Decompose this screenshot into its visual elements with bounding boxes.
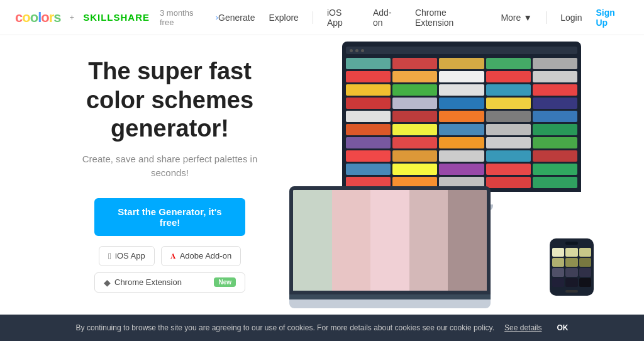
phone-palette-row [552, 258, 591, 267]
monitor-color-cell [346, 124, 391, 135]
phone-color-cell [579, 258, 591, 267]
monitor-color-grid [346, 58, 577, 188]
navbar: coolors + SKILLSHARE 3 months free › Gen… [0, 0, 644, 35]
monitor-color-cell [392, 111, 437, 122]
hero-text-block: The super fast color schemes generator! … [63, 57, 277, 293]
ios-app-button[interactable]:  iOS App [99, 246, 155, 266]
phone-color-cell [579, 268, 591, 277]
new-badge: New [214, 277, 236, 287]
monitor-color-cell [533, 150, 577, 162]
laptop-palette [293, 190, 487, 291]
extension-button[interactable]: ◆ Chrome Extension New [94, 272, 245, 293]
phone-color-cell [552, 248, 564, 257]
monitor-color-cell [346, 150, 391, 162]
cookie-ok-button[interactable]: OK [557, 323, 568, 332]
monitor-color-cell [533, 111, 577, 122]
nav-generate[interactable]: Generate [218, 13, 255, 23]
monitor-color-cell [533, 177, 577, 188]
monitor-color-cell [486, 111, 531, 122]
monitor-color-cell [486, 58, 531, 69]
monitor-color-cell [392, 150, 437, 162]
monitor-color-cell [486, 98, 531, 109]
laptop [289, 186, 491, 308]
monitor-color-cell [486, 150, 531, 162]
nav-divider [313, 11, 313, 24]
laptop-base [289, 299, 491, 308]
hero-section: The super fast color schemes generator! … [0, 35, 644, 315]
nav-chrome-extension[interactable]: Chrome Extension [415, 8, 487, 28]
phone-color-cell [579, 248, 591, 257]
monitor-color-cell [392, 84, 437, 96]
phone-notch [565, 242, 578, 245]
hero-subtitle: Create, save and share perfect palettes … [63, 152, 277, 181]
monitor-color-cell [392, 98, 437, 109]
monitor-color-cell [533, 58, 577, 69]
cookie-bar: By continuing to browse the site you are… [0, 315, 644, 341]
monitor [342, 42, 581, 211]
app-buttons:  iOS App 𝐀 Adobe Add-on [63, 246, 277, 266]
phone-palette-row [552, 278, 591, 287]
monitor-bar [346, 47, 577, 54]
phone-color-cell [565, 278, 577, 287]
addon-label: Adobe Add-on [180, 251, 231, 260]
phone-color-cell [552, 258, 564, 267]
monitor-color-cell [392, 124, 437, 135]
phone-palette-row [552, 268, 591, 277]
phone-color-cell [552, 268, 564, 277]
plus-sign: + [70, 13, 75, 22]
navbar-nav: Generate Explore iOS App Add-on Chrome E… [218, 8, 629, 28]
monitor-color-cell [439, 150, 484, 162]
monitor-color-cell [486, 137, 531, 148]
nav-more[interactable]: More ▼ [501, 13, 532, 23]
monitor-color-cell [392, 164, 437, 175]
monitor-color-cell [439, 84, 484, 96]
monitor-color-cell [346, 84, 391, 96]
laptop-palette-col [448, 190, 487, 291]
nav-addon[interactable]: Add-on [373, 8, 401, 28]
laptop-screen [289, 186, 491, 294]
monitor-color-cell [439, 124, 484, 135]
monitor-screen [342, 42, 581, 192]
ios-app-label: iOS App [115, 251, 145, 260]
phone-palette [552, 248, 591, 287]
phone [550, 238, 594, 296]
nav-divider-2 [546, 11, 547, 24]
hero-illustration [277, 35, 594, 315]
monitor-color-cell [439, 98, 484, 109]
skillshare-logo[interactable]: SKILLSHARE [83, 12, 150, 23]
cookie-see-details[interactable]: See details [504, 323, 541, 332]
cookie-text: By continuing to browse the site you are… [76, 323, 494, 332]
phone-palette-row [552, 248, 591, 257]
phone-color-cell [565, 258, 577, 267]
monitor-dot-1 [350, 49, 353, 52]
monitor-color-cell [346, 58, 391, 69]
laptop-palette-col [370, 190, 409, 291]
nav-ios-app[interactable]: iOS App [327, 8, 359, 28]
monitor-color-cell [486, 164, 531, 175]
logo[interactable]: coolors [15, 9, 61, 26]
monitor-color-cell [346, 164, 391, 175]
nav-signup[interactable]: Sign Up [596, 8, 629, 28]
nav-login[interactable]: Login [560, 13, 582, 23]
phone-body [550, 238, 594, 296]
phone-color-cell [565, 248, 577, 257]
monitor-dot-2 [355, 49, 358, 52]
apple-icon:  [108, 251, 111, 261]
laptop-hinge [289, 294, 491, 299]
cta-button[interactable]: Start the Generator, it's free! [94, 198, 245, 236]
addon-button[interactable]: 𝐀 Adobe Add-on [161, 246, 241, 266]
monitor-color-cell [346, 71, 391, 82]
monitor-color-cell [346, 137, 391, 148]
monitor-color-cell [533, 164, 577, 175]
monitor-color-cell [533, 124, 577, 135]
nav-explore[interactable]: Explore [269, 13, 298, 23]
monitor-color-cell [486, 177, 531, 188]
monitor-color-cell [392, 71, 437, 82]
monitor-color-cell [439, 58, 484, 69]
promo-text: 3 months free [160, 8, 209, 27]
laptop-palette-col [332, 190, 371, 291]
ext-label: Chrome Extension [114, 277, 182, 287]
monitor-color-cell [392, 58, 437, 69]
monitor-color-cell [392, 137, 437, 148]
chevron-down-icon: ▼ [523, 13, 532, 23]
